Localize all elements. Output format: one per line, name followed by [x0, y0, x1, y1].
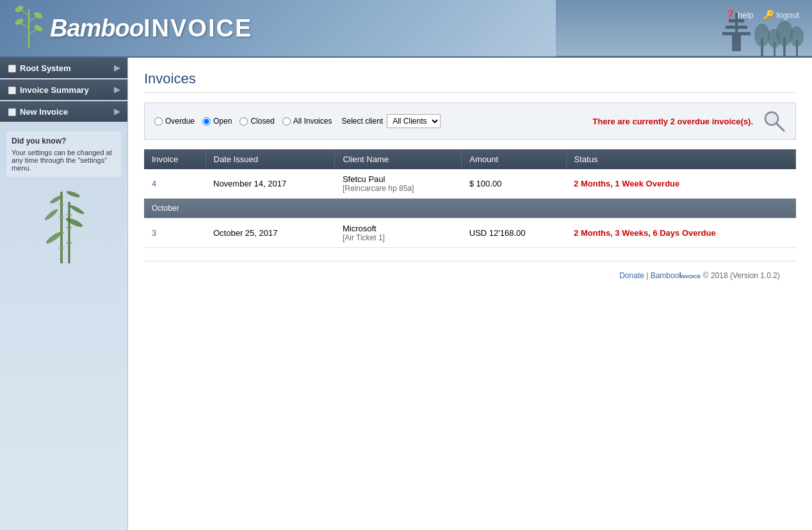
- chevron-right-icon: ▶: [114, 63, 120, 72]
- grid-icon: ▦: [8, 63, 16, 73]
- header-bg-scene: [556, 0, 812, 58]
- filter-closed[interactable]: Closed: [240, 117, 274, 126]
- logo-invoice: INVOICE: [143, 15, 252, 42]
- logout-icon: 🔑: [763, 10, 774, 20]
- sidebar-item-invoice-summary[interactable]: ▦ Invoice Summary ▶: [0, 79, 127, 100]
- overdue-notice: There are currently 2 overdue invoice(s)…: [592, 117, 753, 126]
- logout-link[interactable]: 🔑 logout: [763, 10, 799, 20]
- filter-overdue[interactable]: Overdue: [154, 117, 195, 126]
- filter-select-group: Select client All Clients: [341, 114, 441, 128]
- help-icon: ❓: [724, 10, 735, 20]
- svg-point-36: [69, 204, 85, 215]
- svg-rect-5: [732, 35, 741, 51]
- invoice-status: 2 Months, 1 Week Overdue: [566, 169, 796, 199]
- invoice-amount: USD 12'168.00: [462, 219, 566, 248]
- invoice-date: November 14, 2017: [206, 169, 335, 199]
- did-you-know: Did you know? Your settings can be chang…: [6, 131, 121, 177]
- table-row[interactable]: 4November 14, 2017Sfetcu Paul[Reincarcar…: [144, 169, 796, 199]
- select-client-label: Select client: [341, 117, 383, 126]
- invoice-table: Invoice Date Issued Client Name Amount S…: [144, 149, 796, 248]
- header-links: ❓ help 🔑 logout: [724, 10, 799, 20]
- did-you-know-text: Your settings can be changed at any time…: [12, 149, 116, 172]
- invoice-client-sub: [Air Ticket 1]: [343, 233, 454, 242]
- svg-point-35: [44, 208, 59, 221]
- svg-point-21: [33, 11, 44, 20]
- svg-point-33: [44, 230, 62, 245]
- layout: ▦ Root System ▶ ▦ Invoice Summary ▶ ▦ Ne…: [0, 58, 812, 530]
- all-radio[interactable]: [282, 117, 291, 126]
- header: Bamboo INVOICE ❓ help 🔑 logout: [0, 0, 812, 58]
- search-button[interactable]: [763, 110, 786, 133]
- col-invoice: Invoice: [144, 149, 206, 169]
- sidebar-item-new-invoice[interactable]: ▦ New Invoice ▶: [0, 101, 127, 122]
- open-radio[interactable]: [202, 117, 211, 126]
- help-link[interactable]: ❓ help: [724, 10, 754, 20]
- filter-all[interactable]: All Invoices: [282, 117, 332, 126]
- svg-line-40: [776, 123, 784, 131]
- filter-radio-group: Overdue Open Closed All Invoices: [154, 117, 332, 126]
- help-label: help: [738, 10, 754, 20]
- brand-link[interactable]: BambooInvoice: [651, 271, 701, 280]
- col-date: Date Issued: [206, 149, 335, 169]
- chevron-right-icon-2: ▶: [114, 85, 120, 94]
- svg-point-34: [65, 216, 83, 228]
- invoice-client: Sfetcu Paul[Reincarcare hp 85a]: [335, 169, 462, 199]
- did-you-know-title: Did you know?: [12, 137, 116, 145]
- svg-rect-3: [726, 26, 747, 29]
- overdue-radio[interactable]: [154, 117, 163, 126]
- invoice-number-link[interactable]: 4: [152, 179, 156, 188]
- page-title: Invoices: [144, 70, 796, 93]
- grid-icon-2: ▦: [8, 85, 16, 95]
- closed-radio[interactable]: [240, 117, 248, 126]
- invoice-client: Microsoft[Air Ticket 1]: [335, 219, 462, 248]
- brand-invoice: Invoice: [679, 271, 701, 280]
- filter-left: Overdue Open Closed All Invoices: [154, 114, 441, 128]
- svg-point-13: [790, 26, 804, 47]
- grid-icon-3: ▦: [8, 106, 16, 117]
- invoice-status: 2 Months, 3 Weeks, 6 Days Overdue: [566, 219, 796, 248]
- table-row[interactable]: 3October 25, 2017Microsoft[Air Ticket 1]…: [144, 219, 796, 248]
- svg-point-23: [33, 24, 44, 33]
- svg-point-7: [754, 24, 770, 47]
- donate-link[interactable]: Donate: [619, 271, 644, 280]
- sidebar-item-root-system[interactable]: ▦ Root System ▶: [0, 58, 127, 78]
- sidebar-item-new-invoice-label: New Invoice: [20, 107, 68, 117]
- svg-rect-4: [722, 32, 751, 35]
- invoice-number-link[interactable]: 3: [152, 228, 156, 238]
- svg-point-22: [14, 17, 24, 26]
- sidebar-item-invoice-summary-label: Invoice Summary: [20, 85, 89, 95]
- logo: Bamboo INVOICE: [13, 6, 252, 51]
- col-client: Client Name: [335, 149, 462, 169]
- brand-bamboo: Bamboo: [651, 271, 679, 280]
- chevron-right-icon-3: ▶: [114, 107, 120, 116]
- col-amount: Amount: [462, 149, 566, 169]
- invoice-amount: $ 100.00: [462, 169, 566, 199]
- sidebar: ▦ Root System ▶ ▦ Invoice Summary ▶ ▦ Ne…: [0, 58, 128, 530]
- client-select[interactable]: All Clients: [387, 114, 441, 128]
- invoice-date: October 25, 2017: [206, 219, 335, 248]
- copyright: © 2018 (Version 1.0.2): [703, 271, 780, 280]
- footer: Donate | BambooInvoice © 2018 (Version 1…: [144, 261, 796, 290]
- svg-point-20: [14, 6, 24, 13]
- table-header-row: Invoice Date Issued Client Name Amount S…: [144, 149, 796, 169]
- bamboo-decoration: [0, 186, 127, 263]
- svg-point-38: [65, 190, 80, 199]
- logout-label: logout: [777, 10, 799, 20]
- logo-bamboo: Bamboo: [50, 15, 143, 42]
- table-group-header: October: [144, 199, 796, 219]
- sidebar-item-root-system-label: Root System: [20, 63, 70, 73]
- col-status: Status: [566, 149, 796, 169]
- main-content: Invoices Overdue Open Closed: [128, 58, 812, 530]
- filter-bar: Overdue Open Closed All Invoices: [144, 103, 796, 140]
- filter-open[interactable]: Open: [202, 117, 232, 126]
- invoice-client-sub: [Reincarcare hp 85a]: [343, 184, 454, 193]
